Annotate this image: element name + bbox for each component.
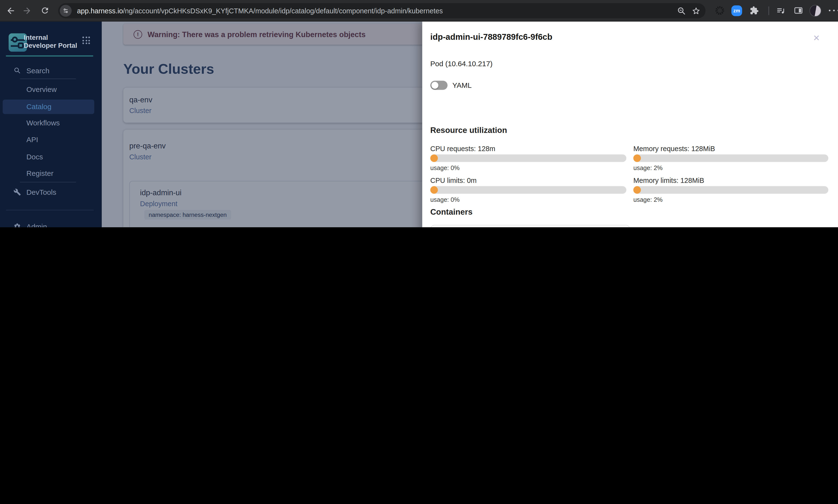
sidebar-item-docs[interactable]: Docs [0,150,102,164]
extensions-puzzle-icon[interactable] [748,4,760,17]
brand-divider [6,56,93,56]
resource-meters: CPU requests: 128m usage: 0% Memory requ… [431,145,828,203]
search-divider [20,78,76,79]
meter-memory-requests: Memory requests: 128MiB usage: 2% [633,145,828,171]
container-card: idp-admin-ui us.gcr.io/platform-205701/h… [431,225,630,227]
containers-heading: Containers [431,207,473,216]
nav-divider [20,182,76,182]
sidebar-item-register[interactable]: Register [0,166,102,180]
pod-subtitle: Pod (10.64.10.217) [431,60,492,68]
pod-details-drawer: idp-admin-ui-7889789fc6-9f6cb × Pod (10.… [422,22,838,227]
meter-cpu-requests: CPU requests: 128m usage: 0% [431,145,627,171]
forward-icon[interactable] [20,4,33,17]
sidebar-item-search[interactable]: Search [0,64,102,78]
back-icon[interactable] [4,4,17,17]
side-panel-icon[interactable] [792,4,804,17]
yaml-toggle-label: YAML [453,81,472,89]
sidebar-item-api[interactable]: API [0,132,102,146]
search-icon [13,66,21,75]
toolbar-separator [769,6,769,15]
app-grid-icon[interactable] [82,37,90,44]
bookmark-star-icon[interactable] [691,5,701,16]
url-bar[interactable]: app.harness.io/ng/account/vpCkHKsDSxK9_K… [58,3,706,18]
extension-spinner-icon[interactable] [713,4,726,17]
sidebar-item-catalog[interactable]: Catalog [3,100,94,114]
url-text: app.harness.io/ng/account/vpCkHKsDSxK9_K… [77,7,443,15]
wrench-icon [13,188,21,196]
reload-icon[interactable] [38,4,51,17]
browser-menu-icon[interactable] [827,4,838,17]
meter-bar [431,186,627,194]
close-icon[interactable]: × [809,30,824,45]
meter-bar [633,186,828,194]
resource-utilization-heading: Resource utilization [431,125,507,134]
meter-memory-limits: Memory limits: 128MiB usage: 2% [633,177,828,203]
section-divider [6,210,94,210]
media-queue-icon[interactable] [774,4,787,17]
brand-title: Internal Developer Portal [24,34,81,50]
sidebar-item-workflows[interactable]: Workflows [0,116,102,130]
sidebar-item-overview[interactable]: Overview [0,82,102,96]
sidebar-item-devtools[interactable]: DevTools [0,185,102,199]
screen: app.harness.io/ng/account/vpCkHKsDSxK9_K… [0,0,838,227]
gear-icon [13,222,21,227]
meter-bar [633,155,828,162]
sidebar-item-admin[interactable]: Admin [0,219,102,227]
app-window: Internal Developer Portal Search Overvie… [0,22,838,227]
drawer-title: idp-admin-ui-7889789fc6-9f6cb [431,32,553,42]
sidebar: Internal Developer Portal Search Overvie… [0,22,102,227]
yaml-toggle[interactable] [431,81,448,90]
meter-cpu-limits: CPU limits: 0m usage: 0% [431,177,627,203]
browser-profile-avatar[interactable] [809,4,822,17]
meter-bar [431,155,627,162]
zoom-out-icon[interactable] [676,5,686,16]
browser-toolbar: app.harness.io/ng/account/vpCkHKsDSxK9_K… [0,0,838,22]
zoom-extension-icon[interactable]: zm [730,4,743,17]
site-settings-icon[interactable] [60,5,72,17]
